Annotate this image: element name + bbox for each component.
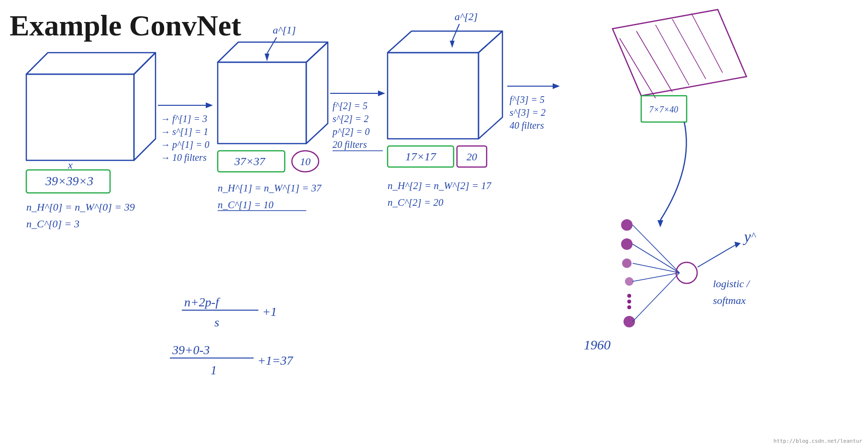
svg-text:39+0-3: 39+0-3 — [172, 343, 210, 357]
svg-text:softmax: softmax — [713, 294, 746, 306]
svg-point-53 — [627, 294, 631, 298]
svg-text:37×37: 37×37 — [234, 155, 266, 168]
svg-text:→ 10 filters: → 10 filters — [160, 152, 207, 163]
svg-text:1: 1 — [211, 363, 217, 377]
svg-point-54 — [627, 300, 631, 303]
svg-point-50 — [621, 238, 633, 250]
svg-text:x: x — [67, 159, 73, 171]
svg-text:logistic /: logistic / — [713, 278, 750, 290]
svg-text:s: s — [214, 315, 219, 329]
svg-text:p^[2] = 0: p^[2] = 0 — [332, 126, 370, 137]
svg-line-42 — [636, 31, 672, 92]
svg-point-49 — [621, 219, 633, 231]
svg-line-59 — [633, 263, 679, 273]
svg-text:n_H^[2] = n_W^[2] = 17: n_H^[2] = n_W^[2] = 17 — [388, 180, 492, 191]
svg-text:a^[2]: a^[2] — [455, 11, 478, 22]
svg-text:7×7×40: 7×7×40 — [649, 105, 678, 114]
svg-text:n_C^[0] = 3: n_C^[0] = 3 — [26, 218, 79, 230]
svg-text:20: 20 — [467, 151, 477, 163]
svg-marker-48 — [657, 220, 663, 227]
svg-text:f^[2] = 5: f^[2] = 5 — [333, 101, 367, 112]
svg-line-43 — [656, 25, 689, 85]
svg-marker-37 — [553, 83, 560, 89]
svg-text:→ p^[1] = 0: → p^[1] = 0 — [160, 139, 210, 150]
svg-text:20 filters: 20 filters — [333, 139, 367, 150]
svg-text:s^[3] = 2: s^[3] = 2 — [510, 107, 545, 118]
svg-marker-12 — [265, 54, 269, 61]
svg-text:n_C^[1] = 10: n_C^[1] = 10 — [218, 199, 274, 211]
svg-line-11 — [267, 37, 277, 54]
watermark: http://blog.csdn.net/leantur — [774, 438, 862, 444]
svg-text:+1: +1 — [262, 305, 277, 319]
svg-point-51 — [622, 258, 632, 268]
svg-marker-64 — [734, 242, 741, 248]
svg-text:39×39×3: 39×39×3 — [45, 174, 93, 188]
svg-text:→ s^[1] = 1: → s^[1] = 1 — [160, 126, 208, 137]
svg-line-28 — [452, 24, 459, 41]
svg-text:n_C^[2] = 20: n_C^[2] = 20 — [388, 197, 444, 208]
svg-line-57 — [633, 225, 679, 273]
svg-marker-29 — [450, 41, 455, 48]
svg-marker-21 — [378, 90, 385, 96]
svg-text:1960: 1960 — [584, 337, 611, 352]
svg-text:n_H^[1] = n_W^[1] = 37: n_H^[1] = n_W^[1] = 37 — [218, 182, 322, 194]
svg-line-41 — [620, 38, 656, 98]
svg-text:y: y — [743, 228, 751, 245]
svg-point-56 — [623, 316, 635, 327]
svg-text:40 filters: 40 filters — [510, 120, 544, 131]
svg-line-45 — [691, 13, 723, 73]
svg-point-52 — [625, 277, 634, 286]
svg-point-55 — [627, 305, 631, 309]
svg-text:n_H^[0] = n_W^[0] = 39: n_H^[0] = n_W^[0] = 39 — [26, 201, 135, 213]
svg-line-44 — [672, 19, 706, 79]
svg-text:a^[1]: a^[1] — [273, 24, 296, 36]
svg-marker-5 — [206, 102, 213, 108]
svg-text:10: 10 — [300, 156, 311, 168]
svg-text:f^[3] = 5: f^[3] = 5 — [510, 94, 545, 105]
svg-text:17×17: 17×17 — [405, 150, 436, 163]
svg-text:s^[2] = 2: s^[2] = 2 — [333, 113, 368, 124]
svg-text:→ f^[1] = 3: → f^[1] = 3 — [160, 113, 207, 124]
svg-text:^: ^ — [751, 230, 757, 242]
svg-text:+1=37: +1=37 — [257, 354, 293, 368]
svg-text:n+2p-f: n+2p-f — [184, 295, 221, 309]
svg-line-63 — [698, 244, 737, 267]
